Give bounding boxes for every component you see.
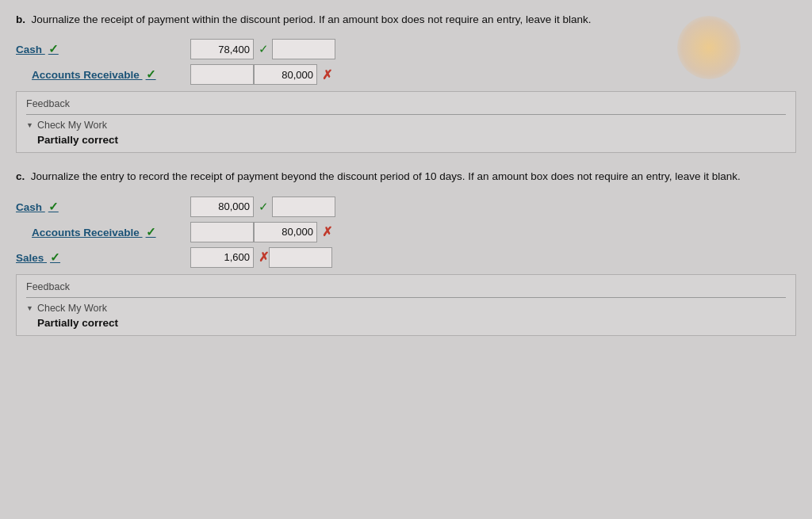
ar-c-debit-input[interactable] <box>190 222 254 242</box>
account-name-ar-c: Accounts Receivable ✓ <box>16 225 190 239</box>
entry-row-b-1: Cash ✓ ✓ <box>16 39 796 59</box>
question-b-text: b. Journalize the receipt of payment wit… <box>16 12 796 28</box>
entry-table-b: Cash ✓ ✓ Accounts Receivable ✓ ✗ <box>16 39 796 85</box>
ar-c-pair: ✗ <box>190 222 332 242</box>
triangle-icon-b: ▼ <box>26 121 33 129</box>
ar-b-x-icon: ✗ <box>322 67 332 82</box>
check-my-work-row-b: ▼ Check My Work <box>26 120 786 131</box>
cash-c-debit-pair: ✓ <box>190 197 335 217</box>
feedback-label-c: Feedback <box>26 281 786 292</box>
ar-b-credit-input[interactable] <box>254 64 317 85</box>
cash-c-debit-check-icon: ✓ <box>259 200 269 214</box>
cash-b-debit-pair: ✓ <box>190 39 335 59</box>
ar-b-debit-input[interactable] <box>190 64 254 85</box>
feedback-section-c: Feedback ▼ Check My Work Partially corre… <box>16 274 796 336</box>
triangle-icon-c: ▼ <box>26 304 33 312</box>
feedback-section-b: Feedback ▼ Check My Work Partially corre… <box>16 91 796 153</box>
cash-b-check-icon: ✓ <box>48 42 59 55</box>
sales-c-x-icon: ✗ <box>259 250 269 265</box>
account-name-cash-b: Cash ✓ <box>16 42 190 56</box>
section-b: b. Journalize the receipt of payment wit… <box>16 12 796 153</box>
ar-c-credit-input[interactable] <box>254 222 317 242</box>
entry-row-b-2: Accounts Receivable ✓ ✗ <box>16 64 796 85</box>
cash-c-check-icon: ✓ <box>48 200 59 213</box>
sales-c-debit-input[interactable] <box>190 247 254 268</box>
question-c-text: c. Journalize the entry to record the re… <box>16 169 796 185</box>
ar-c-check-icon: ✓ <box>146 225 156 239</box>
cash-c-debit-input[interactable] <box>190 197 254 217</box>
cash-b-debit-input[interactable] <box>190 39 254 59</box>
entry-table-c: Cash ✓ ✓ Accounts Receivable ✓ ✗ <box>16 197 796 268</box>
ar-c-x-icon: ✗ <box>322 224 332 239</box>
cash-c-credit-input[interactable] <box>272 197 335 217</box>
sales-c-pair: ✗ <box>190 247 332 268</box>
question-c-label: c. <box>16 170 25 182</box>
question-b-label: b. <box>16 13 25 25</box>
entry-row-c-3: Sales ✓ ✗ <box>16 247 796 268</box>
sales-c-credit-input[interactable] <box>269 247 332 268</box>
account-name-cash-c: Cash ✓ <box>16 200 190 214</box>
sales-c-check-icon: ✓ <box>50 250 60 264</box>
ar-b-pair: ✗ <box>190 64 332 85</box>
feedback-divider-b <box>26 114 786 115</box>
account-name-sales-c: Sales ✓ <box>16 250 190 265</box>
entry-row-c-2: Accounts Receivable ✓ ✗ <box>16 222 796 242</box>
cash-b-debit-check-icon: ✓ <box>259 42 269 56</box>
check-my-work-label-b: Check My Work <box>37 120 107 131</box>
entry-row-c-1: Cash ✓ ✓ <box>16 197 796 217</box>
check-my-work-row-c: ▼ Check My Work <box>26 303 786 314</box>
result-label-b: Partially correct <box>26 134 786 146</box>
check-my-work-label-c: Check My Work <box>37 303 107 314</box>
account-name-ar-b: Accounts Receivable ✓ <box>16 67 190 82</box>
feedback-label-b: Feedback <box>26 98 786 109</box>
section-c: c. Journalize the entry to record the re… <box>16 169 796 335</box>
feedback-divider-c <box>26 297 786 298</box>
cash-b-credit-input[interactable] <box>272 39 335 59</box>
ar-b-check-icon: ✓ <box>146 67 156 81</box>
result-label-c: Partially correct <box>26 317 786 329</box>
